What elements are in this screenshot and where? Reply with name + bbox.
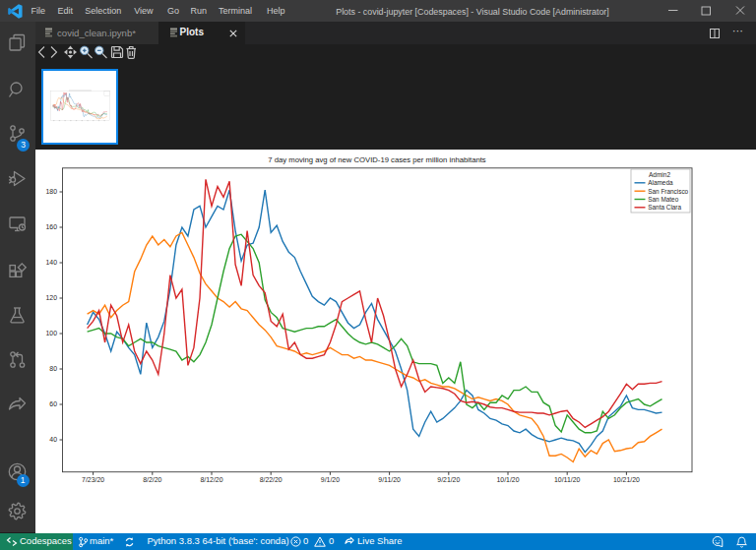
svg-text:160: 160 (46, 223, 58, 230)
svg-text:7/23/20: 7/23/20 (82, 476, 104, 483)
svg-text:Alameda: Alameda (648, 179, 673, 186)
svg-text:120: 120 (46, 294, 58, 301)
svg-text:San Francisco: San Francisco (648, 188, 688, 195)
svg-text:9/1/20: 9/1/20 (321, 476, 340, 483)
svg-text:7 day moving avg of new COVID-: 7 day moving avg of new COVID-19 cases p… (268, 155, 485, 164)
svg-text:80: 80 (49, 365, 57, 372)
svg-text:10/21/20: 10/21/20 (613, 476, 640, 483)
svg-text:8/12/20: 8/12/20 (201, 476, 223, 483)
svg-text:8/2/20: 8/2/20 (143, 476, 161, 483)
svg-text:60: 60 (49, 400, 57, 407)
svg-text:140: 140 (46, 259, 58, 266)
svg-text:San Mateo: San Mateo (648, 196, 678, 203)
svg-text:Santa Clara: Santa Clara (648, 204, 681, 211)
svg-text:9/11/20: 9/11/20 (378, 476, 401, 483)
svg-text:9/21/20: 9/21/20 (437, 476, 460, 483)
svg-text:180: 180 (46, 188, 58, 195)
svg-text:10/11/20: 10/11/20 (554, 476, 580, 483)
svg-text:8/22/20: 8/22/20 (260, 476, 283, 483)
svg-text:40: 40 (49, 436, 57, 443)
svg-text:100: 100 (46, 330, 58, 336)
svg-text:Admin2: Admin2 (649, 171, 670, 178)
svg-text:10/1/20: 10/1/20 (497, 476, 520, 483)
